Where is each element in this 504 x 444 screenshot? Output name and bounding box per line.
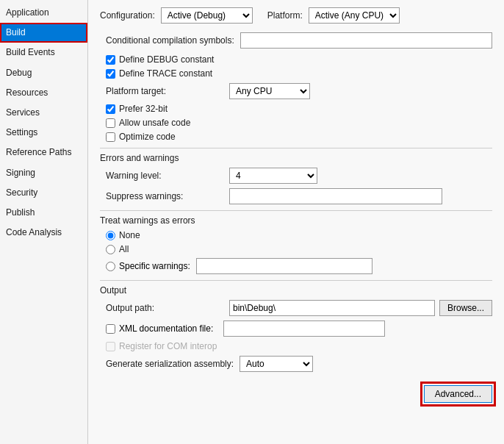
xml-doc-row: XML documentation file:	[100, 321, 492, 337]
warning-level-select[interactable]: 4 0 1 2 3	[229, 168, 317, 184]
sidebar-item-build[interactable]: Build	[0, 23, 87, 43]
suppress-warnings-row: Suppress warnings:	[100, 188, 492, 204]
sidebar-item-code-analysis[interactable]: Code Analysis	[0, 223, 87, 243]
browse-button[interactable]: Browse...	[439, 300, 492, 316]
xml-doc-checkbox[interactable]	[106, 324, 115, 334]
warning-level-row: Warning level: 4 0 1 2 3	[100, 168, 492, 184]
output-path-label: Output path:	[106, 303, 223, 313]
configuration-select[interactable]: Active (Debug) Debug Release All Configu…	[161, 7, 253, 24]
prefer-32bit-checkbox[interactable]	[106, 104, 115, 114]
platform-target-row: Platform target: Any CPU x86 x64	[100, 83, 492, 99]
bottom-bar: Advanced...	[100, 381, 492, 403]
sidebar-item-services[interactable]: Services	[0, 103, 87, 123]
warning-level-label: Warning level:	[106, 171, 223, 181]
main-content: Configuration: Active (Debug) Debug Rele…	[88, 0, 504, 444]
platform-target-select[interactable]: Any CPU x86 x64	[229, 83, 310, 99]
sidebar-item-signing[interactable]: Signing	[0, 163, 87, 183]
define-trace-row: Define TRACE constant	[100, 68, 492, 79]
define-debug-checkbox[interactable]	[106, 55, 115, 65]
conditional-symbols-row: Conditional compilation symbols:	[100, 32, 492, 49]
treat-warnings-specific-row: Specific warnings:	[100, 258, 492, 274]
advanced-button[interactable]: Advanced...	[424, 385, 492, 403]
errors-warnings-title: Errors and warnings	[100, 153, 492, 163]
optimize-code-label[interactable]: Optimize code	[106, 132, 176, 142]
allow-unsafe-label[interactable]: Allow unsafe code	[106, 118, 190, 128]
conditional-symbols-label: Conditional compilation symbols:	[106, 35, 234, 46]
xml-doc-input[interactable]	[223, 321, 385, 337]
allow-unsafe-checkbox[interactable]	[106, 118, 115, 128]
treat-warnings-all-radio[interactable]	[106, 245, 115, 254]
sidebar: Application Build Build Events Debug Res…	[0, 0, 88, 444]
sidebar-item-debug[interactable]: Debug	[0, 63, 87, 83]
treat-warnings-specific-radio[interactable]	[106, 262, 115, 271]
prefer-32bit-row: Prefer 32-bit	[100, 104, 492, 114]
sidebar-item-settings[interactable]: Settings	[0, 123, 87, 143]
configuration-label: Configuration:	[100, 10, 155, 21]
config-row: Configuration: Active (Debug) Debug Rele…	[100, 7, 492, 24]
gen-serialization-label: Generate serialization assembly:	[106, 359, 234, 369]
treat-warnings-none-label[interactable]: None	[106, 230, 140, 240]
platform-target-label: Platform target:	[106, 86, 223, 96]
suppress-warnings-label: Suppress warnings:	[106, 191, 223, 201]
define-debug-label[interactable]: Define DEBUG constant	[106, 54, 214, 65]
treat-warnings-all-row: All	[100, 244, 492, 254]
suppress-warnings-input[interactable]	[229, 188, 442, 204]
xml-doc-label[interactable]: XML documentation file:	[106, 323, 223, 334]
optimize-code-row: Optimize code	[100, 132, 492, 142]
sidebar-item-security[interactable]: Security	[0, 183, 87, 203]
platform-label: Platform:	[267, 10, 303, 21]
sidebar-item-application[interactable]: Application	[0, 3, 87, 23]
define-trace-label[interactable]: Define TRACE constant	[106, 68, 212, 79]
treat-warnings-none-row: None	[100, 230, 492, 240]
treat-warnings-specific-label[interactable]: Specific warnings:	[106, 261, 190, 271]
sidebar-item-reference-paths[interactable]: Reference Paths	[0, 143, 87, 162]
platform-select[interactable]: Active (Any CPU) Any CPU x86 x64	[309, 7, 400, 24]
output-path-row: Output path: Browse...	[100, 300, 492, 316]
gen-serialization-row: Generate serialization assembly: Auto On…	[100, 356, 492, 372]
define-trace-checkbox[interactable]	[106, 69, 115, 79]
treat-warnings-none-radio[interactable]	[106, 231, 115, 240]
gen-serialization-select[interactable]: Auto On Off	[240, 356, 313, 372]
treat-warnings-title: Treat warnings as errors	[100, 215, 492, 226]
register-com-row: Register for COM interop	[100, 341, 492, 351]
sidebar-item-build-events[interactable]: Build Events	[0, 43, 87, 62]
output-title: Output	[100, 285, 492, 296]
treat-warnings-all-label[interactable]: All	[106, 244, 129, 254]
sidebar-item-resources[interactable]: Resources	[0, 83, 87, 103]
allow-unsafe-row: Allow unsafe code	[100, 118, 492, 128]
prefer-32bit-label[interactable]: Prefer 32-bit	[106, 104, 168, 114]
register-com-checkbox	[106, 342, 115, 351]
optimize-code-checkbox[interactable]	[106, 132, 115, 142]
output-path-input[interactable]	[229, 300, 435, 316]
define-debug-row: Define DEBUG constant	[100, 54, 492, 65]
conditional-symbols-input[interactable]	[240, 32, 492, 49]
register-com-label: Register for COM interop	[106, 341, 217, 351]
specific-warnings-input[interactable]	[196, 258, 372, 274]
sidebar-item-publish[interactable]: Publish	[0, 203, 87, 223]
